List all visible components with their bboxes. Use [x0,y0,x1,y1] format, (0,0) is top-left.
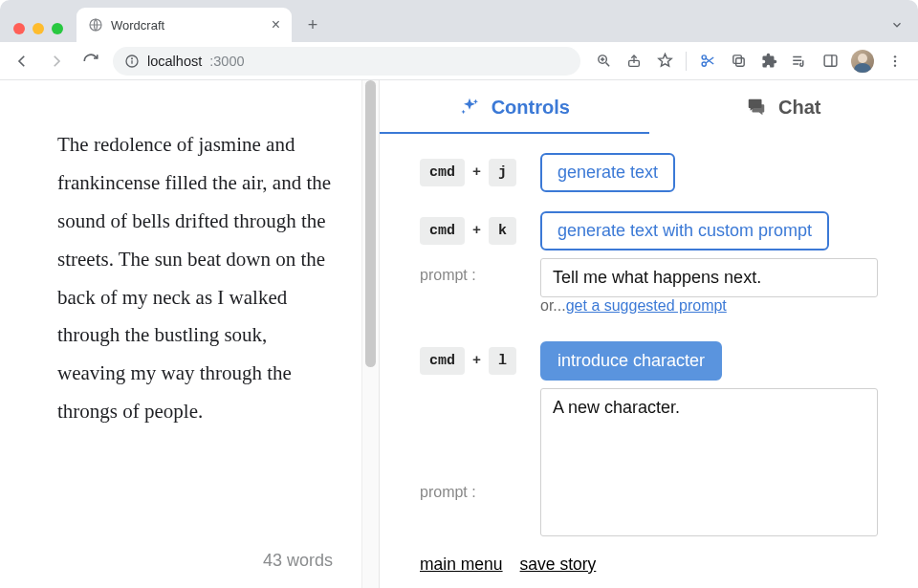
or-prefix: or... [540,297,566,314]
tab-controls-label: Controls [492,97,570,119]
browser-tab[interactable]: Wordcraft × [76,8,292,42]
page-body: The redolence of jasmine and frankincens… [0,80,918,588]
story-text[interactable]: The redolence of jasmine and frankincens… [57,126,333,431]
browser-toolbar: localhost:3000 [0,42,918,80]
prompt-label: prompt : [420,388,527,501]
svg-point-20 [894,55,896,57]
main-menu-link[interactable]: main menu [420,555,503,575]
maximize-window-icon[interactable] [52,23,63,34]
tab-chat[interactable]: Chat [649,80,919,134]
svg-point-22 [894,64,896,66]
tab-chat-label: Chat [778,97,820,119]
close-window-icon[interactable] [13,23,25,34]
character-prompt-input[interactable] [540,388,878,536]
shortcut-group: cmd + l [420,341,527,375]
profile-avatar[interactable] [851,50,874,73]
tab-title: Wordcraft [111,18,264,33]
site-info-icon[interactable] [124,54,140,69]
control-row-generate: cmd + j generate text [420,153,878,192]
sidepanel-icon[interactable] [820,52,840,71]
controls-list: cmd + j generate text cmd + k generate t… [380,134,918,536]
svg-rect-13 [735,58,744,66]
introduce-character-button[interactable]: introduce character [540,341,722,381]
zoom-icon[interactable] [594,52,613,71]
svg-rect-18 [824,55,837,66]
word-count: 43 words [263,551,333,571]
extensions-icon[interactable] [759,52,778,71]
kbd-key: j [489,159,516,186]
svg-rect-14 [732,55,741,64]
generate-text-button[interactable]: generate text [540,153,675,192]
kbd-plus: + [472,223,481,239]
tab-controls[interactable]: Controls [380,80,649,134]
tab-strip: Wordcraft × + [0,0,918,42]
svg-line-5 [605,63,609,67]
globe-icon [88,17,103,33]
prompt-label: prompt : [420,258,527,284]
kbd-key: k [489,217,516,245]
playlist-icon[interactable] [790,52,809,71]
kbd-plus: + [472,353,481,369]
share-icon[interactable] [624,52,644,71]
shortcut-group: cmd + j [420,153,527,186]
svg-line-12 [706,57,713,63]
reload-button[interactable] [78,49,103,74]
window-controls [8,23,69,34]
copy-icon[interactable] [729,52,748,71]
tab-dropdown-icon[interactable] [884,11,910,38]
control-row-suggest: or...get a suggested prompt [420,297,878,315]
kbd-mod: cmd [420,347,465,375]
kbd-key: l [489,347,516,375]
control-row-character: cmd + l introduce character [420,341,878,381]
right-tabs: Controls Chat [380,80,918,134]
suggest-prompt-link[interactable]: get a suggested prompt [566,297,727,314]
kbd-plus: + [472,164,481,181]
url-port: :3000 [209,54,244,69]
chat-icon [746,97,767,118]
control-row-character-prompt: prompt : [420,388,878,536]
browser-chrome: Wordcraft × + localhost:3000 [0,0,918,80]
shortcut-group: cmd + k [420,211,527,245]
close-tab-icon[interactable]: × [272,17,280,33]
control-row-custom: cmd + k generate text with custom prompt [420,211,878,250]
control-row-custom-prompt: prompt : [420,258,878,297]
menu-icon[interactable] [885,52,905,71]
url-host: localhost [147,54,202,69]
sparkle-icon [459,97,480,118]
generate-custom-button[interactable]: generate text with custom prompt [540,211,829,250]
kbd-mod: cmd [420,159,465,186]
svg-point-21 [894,59,896,61]
story-pane: The redolence of jasmine and frankincens… [0,80,361,588]
footer-links: main menu save story [420,555,596,575]
scrollbar-track[interactable] [361,80,379,588]
svg-line-11 [706,58,713,64]
scissors-icon[interactable] [698,52,717,71]
controls-pane: Controls Chat cmd + j generate text cmd [379,80,918,588]
back-button[interactable] [10,49,34,74]
save-story-link[interactable]: save story [520,555,597,575]
address-bar[interactable]: localhost:3000 [113,47,580,76]
toolbar-right-icons [590,50,908,73]
suggest-prompt-wrap: or...get a suggested prompt [540,297,727,315]
minimize-window-icon[interactable] [33,23,44,34]
new-tab-button[interactable]: + [299,11,326,38]
forward-button[interactable] [44,49,69,74]
bookmark-icon[interactable] [655,52,674,71]
kbd-mod: cmd [420,217,465,245]
custom-prompt-input[interactable] [540,258,878,297]
scrollbar-thumb[interactable] [365,80,376,367]
svg-point-3 [132,57,133,58]
